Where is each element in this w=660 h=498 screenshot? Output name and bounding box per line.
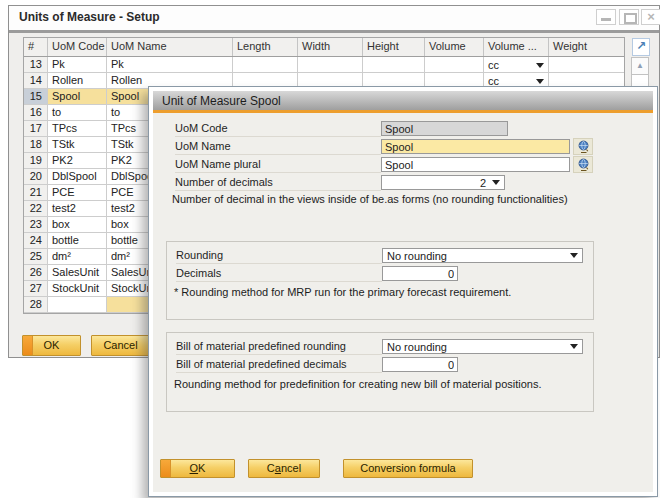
cell-code[interactable]: Pk [48, 57, 107, 73]
column-header-volume[interactable]: Volume [425, 38, 484, 56]
uom-name-plural-field[interactable] [381, 157, 570, 172]
titlebar-divider [9, 30, 659, 33]
unit-of-measure-dialog: Unit of Measure Spool UoM Code UoM Name … [148, 86, 658, 497]
decimals-hint-text: Number of decimal in the views inside of… [172, 193, 568, 205]
cell-height[interactable] [363, 57, 425, 73]
dropdown-arrow-icon [570, 253, 578, 258]
close-button[interactable]: × [641, 9, 660, 25]
cell-num[interactable]: 17 [24, 121, 48, 137]
minimize-icon [601, 18, 611, 21]
cell-code[interactable]: PCE [48, 185, 107, 201]
column-header-code[interactable]: UoM Code [48, 38, 107, 56]
translate-button[interactable] [573, 138, 593, 155]
close-icon: × [647, 9, 655, 24]
dialog-ok-button[interactable]: OK [160, 459, 235, 478]
cell-code[interactable]: Rollen [48, 73, 107, 89]
dropdown-arrow-icon[interactable] [536, 63, 544, 68]
cell-num[interactable]: 26 [24, 265, 48, 281]
cell-code[interactable]: TPcs [48, 121, 107, 137]
column-header-width[interactable]: Width [298, 38, 363, 56]
uom-name-label: UoM Name [175, 139, 381, 155]
cell-code[interactable]: DblSpool [48, 169, 107, 185]
cell-code[interactable]: bottle [48, 233, 107, 249]
column-header-weight[interactable]: Weight [549, 38, 624, 56]
bom-rounding-dropdown[interactable]: No rounding [382, 339, 583, 354]
setup-ok-button[interactable]: OK [22, 335, 81, 356]
scroll-up-icon: ▲ [636, 61, 644, 70]
dialog-accent-line [153, 110, 653, 113]
maximize-button[interactable] [619, 9, 639, 25]
decimals-label: Decimals [176, 266, 382, 282]
column-header-name[interactable]: UoM Name [107, 38, 233, 56]
screen: Units of Measure - Setup × #UoM CodeUoM … [0, 0, 660, 498]
window-title: Units of Measure - Setup [19, 10, 160, 24]
cell-num[interactable]: 24 [24, 233, 48, 249]
rounding-label: Rounding [176, 248, 382, 264]
uom-code-field [381, 121, 508, 136]
minimize-button[interactable] [596, 9, 616, 25]
cell-code[interactable]: TStk [48, 137, 107, 153]
cell-code[interactable]: StockUnit [48, 281, 107, 297]
cell-num[interactable]: 18 [24, 137, 48, 153]
cell-num[interactable]: 25 [24, 249, 48, 265]
column-header-volume-unit[interactable]: Volume ... [484, 38, 549, 56]
cell-code[interactable]: Spool [48, 89, 107, 105]
expand-form-button[interactable]: ↗ [632, 38, 650, 56]
cell-num[interactable]: 19 [24, 153, 48, 169]
rounding-dropdown[interactable]: No rounding [382, 248, 583, 263]
table-header-row: #UoM CodeUoM NameLengthWidthHeightVolume… [24, 38, 624, 57]
cell-num[interactable]: 28 [24, 297, 48, 313]
cell-num[interactable]: 15 [24, 89, 48, 105]
cell-code[interactable]: to [48, 105, 107, 121]
number-of-decimals-dropdown[interactable]: 2 [381, 175, 505, 190]
scroll-up-button[interactable]: ▲ [632, 58, 648, 75]
cell-num[interactable]: 27 [24, 281, 48, 297]
cell-weight[interactable] [549, 57, 624, 73]
cell-num[interactable]: 14 [24, 73, 48, 89]
cell-name[interactable]: Pk [107, 57, 233, 73]
table-row: 13PkPkcc [24, 57, 624, 73]
dropdown-arrow-icon[interactable] [536, 79, 544, 84]
decimals-field[interactable] [382, 266, 458, 281]
rounding-value: No rounding [387, 250, 447, 262]
expand-arrow-icon: ↗ [636, 39, 646, 53]
cell-code[interactable]: PK2 [48, 153, 107, 169]
number-of-decimals-label: Number of decimals [175, 175, 381, 191]
translate-plural-button[interactable] [573, 156, 593, 173]
cell-width[interactable] [298, 57, 363, 73]
language-globe-icon [577, 140, 590, 154]
cell-code[interactable] [48, 297, 107, 313]
cell-num[interactable]: 23 [24, 217, 48, 233]
bom-rounding-label: Bill of material predefined rounding [176, 339, 382, 355]
bom-decimals-field[interactable] [382, 357, 458, 372]
uom-name-field[interactable] [381, 139, 570, 154]
column-header-num[interactable]: # [24, 38, 48, 56]
cell-num[interactable]: 20 [24, 169, 48, 185]
column-header-height[interactable]: Height [363, 38, 425, 56]
cell-code[interactable]: SalesUnit [48, 265, 107, 281]
dialog-title: Unit of Measure Spool [162, 94, 281, 108]
dialog-cancel-button[interactable]: Cancel [248, 459, 320, 478]
cell-code[interactable]: dm² [48, 249, 107, 265]
cell-num[interactable]: 16 [24, 105, 48, 121]
cell-volume-unit[interactable]: cc [484, 57, 549, 73]
dialog-titlebar[interactable]: Unit of Measure Spool [153, 91, 653, 110]
setup-cancel-button[interactable]: Cancel [91, 335, 150, 356]
conversion-formula-button[interactable]: Conversion formula [343, 459, 473, 478]
cell-volume[interactable] [425, 57, 484, 73]
cell-length[interactable] [233, 57, 298, 73]
bom-decimals-label: Bill of material predefined decimals [176, 357, 382, 373]
cell-num[interactable]: 21 [24, 185, 48, 201]
cell-num[interactable]: 13 [24, 57, 48, 73]
maximize-icon [624, 13, 637, 24]
column-header-length[interactable]: Length [233, 38, 298, 56]
rounding-groupbox: Rounding No rounding Decimals * Rounding… [166, 241, 594, 320]
uom-name-plural-label: UoM Name plural [175, 157, 381, 173]
cell-code[interactable]: box [48, 217, 107, 233]
dropdown-arrow-icon [570, 344, 578, 349]
cell-code[interactable]: test2 [48, 201, 107, 217]
cell-num[interactable]: 22 [24, 201, 48, 217]
number-of-decimals-value: 2 [480, 177, 486, 189]
window-titlebar[interactable]: Units of Measure - Setup × [9, 6, 659, 30]
rounding-note: * Rounding method for MRP run for the pr… [174, 286, 511, 298]
